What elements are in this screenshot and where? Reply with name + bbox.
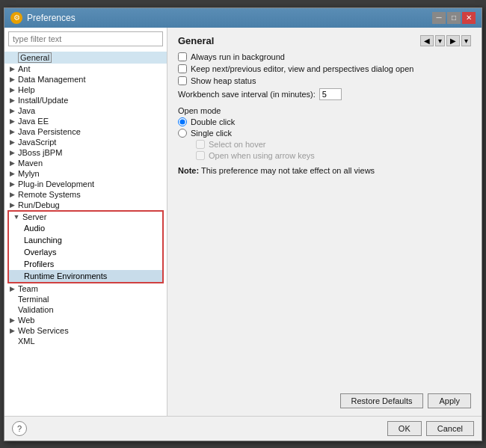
sidebar-item-maven[interactable]: Maven [4, 158, 167, 168]
restore-defaults-button[interactable]: Restore Defaults [340, 393, 424, 408]
label-help: Help [18, 85, 35, 94]
sidebar-item-java[interactable]: Java [4, 105, 167, 116]
single-click-radio[interactable] [178, 129, 187, 138]
sidebar-item-run-debug[interactable]: Run/Debug [4, 200, 167, 210]
workbench-label: Workbench save interval (in minutes): [178, 90, 316, 99]
sidebar-item-audio[interactable]: Audio [9, 222, 162, 234]
nav-back-dropdown[interactable]: ▾ [435, 35, 445, 46]
title-bar-controls: ─ □ ✕ [432, 12, 476, 24]
sidebar-item-plugin-dev[interactable]: Plug-in Development [4, 179, 167, 189]
checkbox-row-always-run: Always run in background [178, 52, 471, 61]
arrow-javascript [7, 138, 16, 147]
nav-forward-button[interactable]: ▶ [446, 35, 460, 46]
sub-options: Select on hover Open when using arrow ke… [178, 140, 471, 160]
sidebar-item-ant[interactable]: Ant [4, 64, 167, 74]
nav-back-button[interactable]: ◀ [420, 35, 434, 46]
single-click-label[interactable]: Single click [191, 129, 232, 138]
checkbox-row-show-heap: Show heap status [178, 76, 471, 85]
show-heap-checkbox[interactable] [178, 76, 187, 85]
label-java-ee: Java EE [18, 117, 49, 126]
keep-next-checkbox[interactable] [178, 64, 187, 73]
sidebar-item-mylyn[interactable]: Mylyn [4, 168, 167, 179]
apply-button[interactable]: Apply [428, 393, 471, 408]
label-mylyn: Mylyn [18, 169, 40, 178]
open-arrow-keys-checkbox[interactable] [196, 151, 205, 160]
label-javascript: JavaScript [18, 138, 56, 147]
label-terminal: Terminal [18, 295, 49, 304]
close-button[interactable]: ✕ [462, 12, 476, 24]
select-on-hover-checkbox[interactable] [196, 140, 205, 149]
sidebar-item-data-management[interactable]: Data Management [4, 74, 167, 85]
label-web-services: Web Services [18, 326, 69, 335]
arrow-ant [7, 64, 16, 73]
sidebar-item-install-update[interactable]: Install/Update [4, 95, 167, 105]
cancel-button[interactable]: Cancel [426, 421, 474, 436]
left-panel: General Ant Data Management Help [4, 28, 167, 416]
label-java-persistence: Java Persistence [18, 127, 81, 136]
arrow-java-ee [7, 117, 16, 126]
sub-checkbox-row-hover: Select on hover [196, 140, 471, 149]
label-server: Server [22, 212, 46, 221]
arrow-mylyn [7, 169, 16, 178]
help-button[interactable]: ? [12, 421, 27, 436]
filter-input[interactable] [8, 31, 163, 46]
arrow-server [12, 212, 21, 221]
keep-next-label[interactable]: Keep next/previous editor, view and pers… [191, 64, 413, 73]
ok-button[interactable]: OK [387, 421, 422, 436]
sidebar-item-validation[interactable]: Validation [4, 304, 167, 315]
forward-dropdown-icon: ▾ [464, 37, 468, 45]
minimize-button[interactable]: ─ [432, 12, 446, 24]
workbench-row: Workbench save interval (in minutes): [178, 88, 471, 100]
label-remote-systems: Remote Systems [18, 190, 81, 199]
note-content: This preference may not take effect on a… [201, 166, 375, 175]
workbench-interval-input[interactable] [319, 88, 342, 100]
note-text: Note: This preference may not take effec… [178, 166, 471, 175]
sidebar-item-jboss[interactable]: JBoss jBPM [4, 147, 167, 158]
label-validation: Validation [18, 305, 54, 314]
label-plugin-dev: Plug-in Development [18, 179, 94, 188]
sidebar-item-launching[interactable]: Launching [9, 234, 162, 246]
checkbox-row-keep-next: Keep next/previous editor, view and pers… [178, 64, 471, 73]
label-ant: Ant [18, 64, 31, 73]
restore-button[interactable]: □ [447, 12, 461, 24]
radio-row-single-click: Single click [178, 129, 471, 138]
preferences-dialog: ⚙ Preferences ─ □ ✕ General Ant [4, 7, 482, 441]
arrow-remote-systems [7, 190, 16, 199]
sidebar-item-xml[interactable]: XML [4, 336, 167, 346]
sidebar-item-terminal[interactable]: Terminal [4, 294, 167, 304]
section-title: General [178, 35, 214, 46]
tree-container: General Ant Data Management Help [4, 50, 167, 416]
arrow-maven [7, 159, 16, 168]
sidebar-item-web-services[interactable]: Web Services [4, 325, 167, 336]
nav-forward-dropdown[interactable]: ▾ [461, 35, 471, 46]
sidebar-item-help[interactable]: Help [4, 85, 167, 95]
double-click-radio[interactable] [178, 117, 187, 126]
always-run-label[interactable]: Always run in background [191, 52, 285, 61]
label-run-debug: Run/Debug [18, 200, 60, 209]
arrow-run-debug [7, 200, 16, 209]
sidebar-item-team[interactable]: Team [4, 283, 167, 294]
arrow-java-persistence [7, 127, 16, 136]
arrow-install-update [7, 96, 16, 105]
double-click-label[interactable]: Double click [191, 117, 235, 126]
always-run-checkbox[interactable] [178, 52, 187, 61]
sidebar-item-server[interactable]: Server [9, 212, 162, 222]
sidebar-item-runtime-environments[interactable]: Runtime Environments [9, 270, 162, 282]
label-install-update: Install/Update [18, 96, 68, 105]
dialog-content: General Ant Data Management Help [4, 28, 482, 416]
nav-arrows: ◀ ▾ ▶ ▾ [420, 35, 471, 46]
arrow-java [7, 106, 16, 115]
forward-arrow-icon: ▶ [450, 37, 456, 45]
sidebar-item-java-persistence[interactable]: Java Persistence [4, 126, 167, 137]
sidebar-item-java-ee[interactable]: Java EE [4, 116, 167, 126]
sidebar-item-javascript[interactable]: JavaScript [4, 137, 167, 147]
label-general: General [18, 52, 52, 63]
arrow-help [7, 85, 16, 94]
sidebar-item-remote-systems[interactable]: Remote Systems [4, 189, 167, 200]
sidebar-item-general[interactable]: General [4, 52, 167, 64]
show-heap-label[interactable]: Show heap status [191, 76, 256, 85]
sidebar-item-web[interactable]: Web [4, 315, 167, 325]
right-panel: General ◀ ▾ ▶ ▾ [167, 28, 482, 416]
sidebar-item-profilers[interactable]: Profilers [9, 258, 162, 270]
sidebar-item-overlays[interactable]: Overlays [9, 246, 162, 258]
